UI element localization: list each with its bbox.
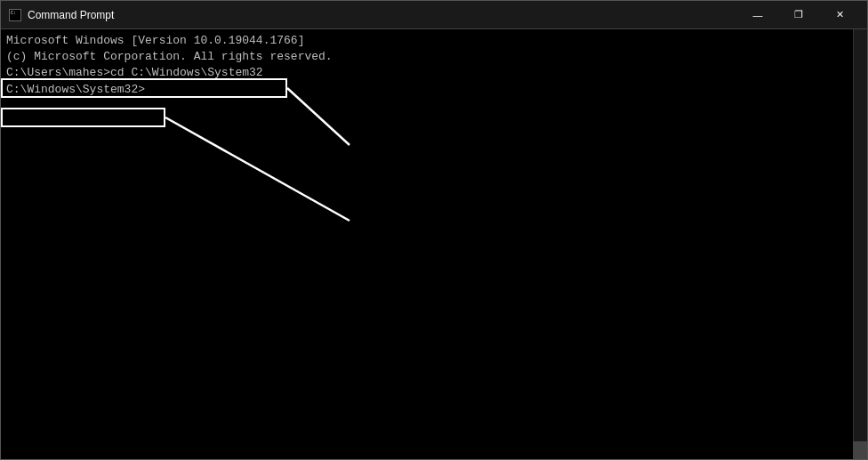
console-area[interactable]: Microsoft Windows [Version 10.0.19044.17… bbox=[1, 29, 867, 459]
title-bar: Command Prompt — ❐ ✕ bbox=[1, 1, 867, 29]
window-title: Command Prompt bbox=[28, 9, 737, 21]
scrollbar-thumb[interactable] bbox=[853, 441, 867, 459]
highlight-box-prompt bbox=[1, 108, 165, 127]
window-controls: — ❐ ✕ bbox=[737, 1, 860, 29]
scrollbar-track[interactable] bbox=[853, 29, 867, 459]
svg-line-1 bbox=[165, 117, 350, 221]
maximize-button[interactable]: ❐ bbox=[778, 1, 819, 29]
highlight-box-command bbox=[1, 78, 287, 98]
minimize-button[interactable]: — bbox=[737, 1, 778, 29]
console-line-1: Microsoft Windows [Version 10.0.19044.17… bbox=[6, 33, 862, 49]
close-button[interactable]: ✕ bbox=[819, 1, 860, 29]
console-line-2: (c) Microsoft Corporation. All rights re… bbox=[6, 49, 862, 65]
app-icon bbox=[8, 8, 22, 22]
command-prompt-window: Command Prompt — ❐ ✕ Microsoft Windows [… bbox=[0, 0, 868, 460]
